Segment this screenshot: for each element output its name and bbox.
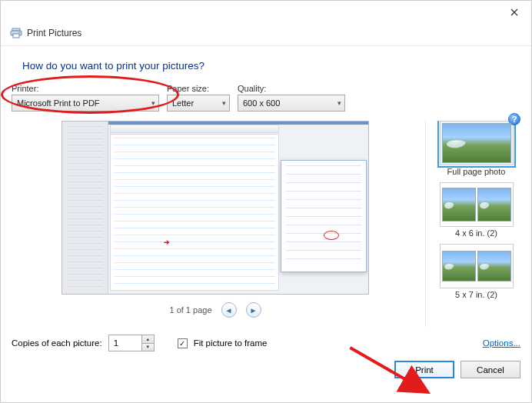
pager-prev-button[interactable]: ◄	[221, 302, 237, 318]
svg-rect-2	[13, 34, 19, 38]
quality-label: Quality:	[238, 84, 345, 93]
printer-value: Microsoft Print to PDF	[17, 98, 100, 108]
chevron-down-icon: ▾	[337, 99, 341, 107]
layouts-list[interactable]: Full page photo 4 x 6 in. (2) 5 x 7 in. …	[425, 121, 520, 327]
copies-up[interactable]: ▲	[142, 335, 154, 343]
layout-label: 4 x 6 in. (2)	[455, 228, 497, 238]
layout-4x6[interactable]: 4 x 6 in. (2)	[432, 182, 520, 238]
layout-label: Full page photo	[447, 167, 506, 176]
cancel-button[interactable]: Cancel	[461, 361, 520, 378]
quality-dropdown[interactable]: 600 x 600 ▾	[238, 95, 345, 112]
quality-value: 600 x 600	[243, 98, 280, 108]
divider	[1, 45, 531, 46]
options-link[interactable]: Options...	[483, 338, 520, 348]
paper-size-label: Paper size:	[167, 84, 230, 93]
printer-icon	[10, 27, 22, 39]
layout-label: 5 x 7 in. (2)	[455, 290, 497, 299]
layout-full-page[interactable]: Full page photo	[432, 121, 520, 176]
paper-size-dropdown[interactable]: Letter ▾	[167, 95, 230, 112]
preview-image: ➔	[62, 121, 369, 295]
fit-to-frame-checkbox[interactable]: ✓	[178, 338, 188, 348]
chevron-down-icon: ▾	[151, 99, 155, 107]
layout-5x7[interactable]: 5 x 7 in. (2)	[432, 244, 520, 299]
printer-label: Printer:	[12, 84, 159, 93]
fit-to-frame-label: Fit picture to frame	[194, 338, 268, 348]
pager-next-button[interactable]: ►	[246, 302, 261, 318]
copies-label: Copies of each picture:	[12, 338, 102, 348]
close-button[interactable]	[497, 1, 531, 24]
preview-pane: ➔ 1 of 1 page ◄ ►	[12, 121, 419, 327]
question-heading: How do you want to print your pictures?	[1, 57, 531, 84]
copies-stepper[interactable]: 1 ▲ ▼	[108, 335, 155, 351]
chevron-down-icon: ▾	[222, 99, 226, 107]
window-title: Print Pictures	[27, 28, 81, 38]
copies-value: 1	[109, 335, 141, 351]
svg-point-3	[19, 32, 21, 33]
paper-size-value: Letter	[172, 98, 194, 108]
printer-dropdown[interactable]: Microsoft Print to PDF ▾	[12, 95, 159, 112]
copies-down[interactable]: ▼	[142, 343, 154, 351]
pager-label: 1 of 1 page	[169, 305, 211, 315]
print-button[interactable]: Print	[394, 361, 454, 378]
